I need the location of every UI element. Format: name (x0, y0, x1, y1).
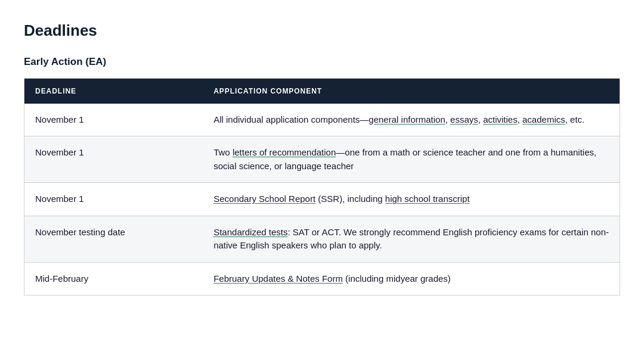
component-cell: February Updates & Notes Form (including… (203, 262, 620, 295)
section-subtitle: Early Action (EA) (24, 54, 620, 70)
deadline-cell: Mid-February (24, 262, 203, 295)
component-cell: Secondary School Report (SSR), including… (203, 183, 620, 216)
table-row: November 1 All individual application co… (24, 104, 620, 136)
column-header-component: APPLICATION COMPONENT (203, 78, 620, 104)
deadline-cell: November testing date (24, 216, 203, 262)
table-row: November 1 Two letters of recommendation… (24, 136, 620, 183)
link-standardized-tests[interactable]: Standardized tests (213, 227, 287, 237)
component-cell: Standardized tests: SAT or ACT. We stron… (203, 216, 620, 262)
table-header-row: DEADLINE APPLICATION COMPONENT (24, 78, 620, 104)
component-cell: Two letters of recommendation—one from a… (203, 136, 620, 183)
deadline-cell: November 1 (24, 136, 203, 183)
link-february-updates[interactable]: February Updates & Notes Form (213, 273, 343, 284)
table-row: Mid-February February Updates & Notes Fo… (24, 262, 620, 295)
link-general-information[interactable]: general information (369, 114, 445, 125)
component-cell: All individual application components—ge… (203, 104, 620, 136)
link-high-school-transcript[interactable]: high school transcript (385, 194, 470, 204)
deadlines-table: DEADLINE APPLICATION COMPONENT November … (24, 78, 620, 296)
table-row: November 1 Secondary School Report (SSR)… (24, 183, 620, 216)
page-title: Deadlines (24, 19, 620, 42)
column-header-deadline: DEADLINE (24, 78, 203, 104)
link-secondary-school-report[interactable]: Secondary School Report (213, 194, 315, 204)
deadline-cell: November 1 (24, 183, 203, 216)
link-activities[interactable]: activities (483, 114, 518, 125)
deadline-cell: November 1 (24, 104, 203, 136)
link-essays[interactable]: essays (450, 114, 478, 125)
table-row: November testing date Standardized tests… (24, 216, 620, 262)
link-letters-of-recommendation[interactable]: letters of recommendation (233, 147, 336, 157)
link-academics[interactable]: academics (522, 114, 565, 125)
